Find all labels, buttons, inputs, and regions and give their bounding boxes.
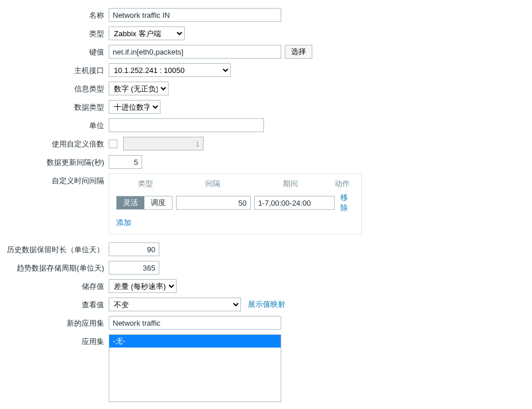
label-units: 单位	[0, 118, 109, 131]
label-new-app: 新的应用集	[0, 316, 109, 329]
label-custom-intervals: 自定义时间间隔	[0, 173, 109, 186]
history-input[interactable]	[109, 242, 159, 256]
applications-listbox[interactable]: -无-	[109, 334, 281, 402]
info-type-select[interactable]: 数字 (无正负)	[109, 82, 169, 95]
applications-option-none[interactable]: -无-	[109, 335, 281, 348]
show-value-select[interactable]: 不变	[109, 298, 241, 311]
label-key: 键值	[0, 45, 109, 57]
label-show-value: 查看值	[0, 298, 109, 310]
show-value-map-link[interactable]: 展示值映射	[248, 299, 285, 310]
trends-input[interactable]	[109, 261, 159, 275]
intervals-header-type: 类型	[116, 179, 175, 189]
label-history: 历史数据保留时长（单位天）	[0, 242, 109, 255]
store-value-select[interactable]: 差量 (每秒速率)	[109, 279, 177, 293]
interval-value-input[interactable]	[176, 196, 251, 210]
units-input[interactable]	[109, 118, 264, 132]
update-interval-input[interactable]	[109, 155, 142, 169]
custom-intervals-box: 类型 间隔 期间 动作 灵活 调度 移除 添加	[109, 173, 362, 234]
interval-remove-link[interactable]: 移除	[340, 192, 354, 213]
label-type: 类型	[0, 26, 109, 39]
interval-period-input[interactable]	[254, 196, 335, 210]
label-data-type: 数据类型	[0, 100, 109, 113]
intervals-header-period: 期间	[251, 179, 330, 189]
new-application-input[interactable]	[109, 316, 281, 330]
label-store-value: 储存值	[0, 279, 109, 292]
interval-add-link[interactable]: 添加	[116, 218, 131, 227]
intervals-header-action: 动作	[330, 179, 354, 189]
name-input[interactable]	[109, 8, 281, 22]
intervals-header-interval: 间隔	[175, 179, 251, 189]
label-update-interval: 数据更新间隔(秒)	[0, 155, 109, 168]
interval-row: 灵活 调度 移除	[116, 192, 354, 213]
label-multiplier: 使用自定义倍数	[0, 137, 109, 149]
label-info-type: 信息类型	[0, 82, 109, 94]
key-input[interactable]	[109, 45, 281, 59]
host-interface-select[interactable]: 10.1.252.241 : 10050	[109, 63, 231, 77]
item-form: 名称 类型 Zabbix 客户端 键值 选择 主机接口 10.1.252.241…	[0, 8, 532, 402]
label-host-if: 主机接口	[0, 63, 109, 76]
label-applications: 应用集	[0, 334, 109, 347]
select-button[interactable]: 选择	[285, 45, 312, 59]
multiplier-input	[123, 137, 204, 151]
multiplier-checkbox[interactable]	[109, 140, 117, 148]
segment-scheduling[interactable]: 调度	[144, 196, 172, 209]
segment-flexible[interactable]: 灵活	[117, 196, 144, 209]
label-trends: 趋势数据存储周期(单位天)	[0, 261, 109, 273]
type-select[interactable]: Zabbix 客户端	[109, 26, 185, 40]
intervals-header: 类型 间隔 期间 动作	[116, 178, 354, 192]
label-name: 名称	[0, 8, 109, 21]
data-type-select[interactable]: 十进位数字	[109, 100, 160, 114]
interval-type-segment: 灵活 调度	[116, 196, 173, 210]
